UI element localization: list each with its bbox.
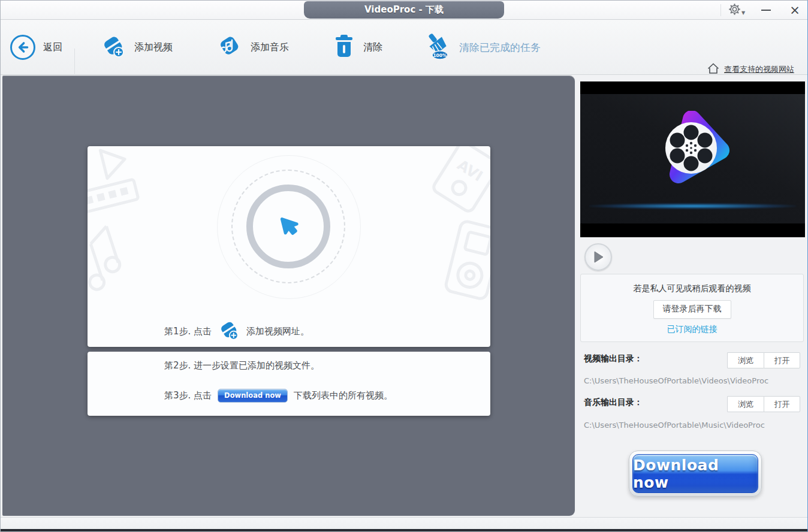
play-button[interactable] [584, 243, 612, 271]
back-button[interactable]: 返回 [10, 29, 62, 65]
back-arrow-icon [10, 35, 35, 60]
subscribed-links[interactable]: 已订阅的链接 [581, 324, 803, 335]
step3-prefix: 第3步. 点击 [164, 390, 212, 401]
add-video-label: 添加视频 [134, 41, 173, 54]
video-output-dir-label: 视频输出目录： [584, 353, 643, 364]
title-bar: VideoProc - 下载 ▼ × [1, 1, 807, 20]
watermark-media-player-icon [440, 218, 490, 308]
add-video-icon [100, 33, 126, 62]
videoproc-window: VideoProc - 下载 ▼ × [0, 0, 808, 532]
window-bottom-edge [1, 529, 807, 532]
step3-text: 第3步. 点击 Download now 下载列表中的所有视频。 [164, 389, 393, 403]
caret-down-icon: ▼ [741, 10, 745, 16]
clear-button[interactable]: 清除 [333, 29, 382, 65]
clear-label: 清除 [363, 41, 382, 54]
add-video-button[interactable]: 添加视频 [100, 29, 173, 65]
music-dir-buttons: 浏览 打开 [727, 396, 800, 412]
video-dir-buttons: 浏览 打开 [727, 352, 800, 368]
step3-suffix: 下载列表中的所有视频。 [294, 390, 393, 401]
supported-sites-label: 查看支持的视频网站 [724, 64, 794, 75]
minimize-icon [761, 10, 771, 11]
back-label: 返回 [43, 41, 62, 54]
instructions-card: 第2步. 进一步设置已添加的视频文件。 第3步. 点击 Download now… [88, 352, 490, 416]
minimize-button[interactable] [755, 1, 777, 20]
step1-text: 第1步. 点击 添加视频网址。 [164, 319, 309, 344]
supported-sites-link[interactable]: 查看支持的视频网站 [707, 63, 794, 76]
drop-zone[interactable] [217, 155, 361, 299]
download-now-mini-button: Download now [218, 389, 288, 403]
video-preview-frame [580, 94, 805, 223]
music-output-dir-path: C:\Users\TheHouseOfPortable\Music\VideoP… [584, 421, 765, 430]
broom-badge: 100% [433, 53, 447, 58]
home-icon [707, 63, 719, 76]
music-output-dir-label: 音乐输出目录： [584, 397, 643, 408]
window-title: VideoProc - 下载 [304, 1, 504, 19]
music-browse-button[interactable]: 浏览 [727, 396, 764, 412]
video-output-dir-path: C:\Users\TheHouseOfPortable\Videos\Video… [584, 376, 768, 385]
broom-icon: 100% [423, 32, 451, 62]
music-open-button[interactable]: 打开 [764, 396, 800, 412]
download-now-button[interactable]: Download now [629, 451, 762, 497]
download-now-label: Download now [632, 454, 758, 493]
video-browse-button[interactable]: 浏览 [727, 352, 764, 368]
clear-finished-label: 清除已完成的任务 [459, 41, 541, 55]
video-preview [580, 81, 805, 237]
clear-finished-button[interactable]: 100% 清除已完成的任务 [423, 29, 541, 65]
download-list-area: AVI [2, 75, 575, 516]
step1-prefix: 第1步. 点击 [164, 326, 212, 337]
step2-text: 第2步. 进一步设置已添加的视频文件。 [164, 360, 319, 371]
bottom-strip [1, 517, 807, 529]
trash-icon [333, 34, 355, 61]
video-open-button[interactable]: 打开 [764, 352, 800, 368]
play-icon [592, 250, 604, 264]
sidebar: 若是私人可见或稍后观看的视频 请登录后再下载 已订阅的链接 视频输出目录： 浏览… [575, 75, 808, 517]
empty-state-card: AVI [88, 146, 490, 347]
logo-glow [589, 203, 796, 209]
titlebar-divider [720, 4, 721, 16]
videoproc-logo [653, 111, 731, 191]
login-button[interactable]: 请登录后再下载 [653, 300, 731, 319]
add-video-small-icon [218, 319, 240, 344]
step2-label: 第2步. 进一步设置已添加的视频文件。 [164, 360, 319, 371]
settings-button[interactable]: ▼ [726, 1, 747, 20]
close-button[interactable]: × [783, 1, 806, 20]
step1-suffix: 添加视频网址。 [246, 326, 309, 337]
login-notice-text: 若是私人可见或稍后观看的视频 [581, 283, 803, 294]
close-icon: × [789, 3, 800, 17]
login-notice-box: 若是私人可见或稍后观看的视频 请登录后再下载 已订阅的链接 [580, 274, 804, 342]
gear-icon [728, 3, 741, 18]
add-music-label: 添加音乐 [251, 41, 289, 54]
cursor-icon [277, 214, 302, 243]
watermark-music-note-icon [88, 217, 139, 301]
toolbar: 返回 添加视频 添加音乐 [1, 20, 807, 75]
add-music-button[interactable]: 添加音乐 [216, 29, 289, 65]
watermark-avi-file-icon: AVI [430, 146, 490, 219]
add-music-icon [216, 33, 243, 62]
